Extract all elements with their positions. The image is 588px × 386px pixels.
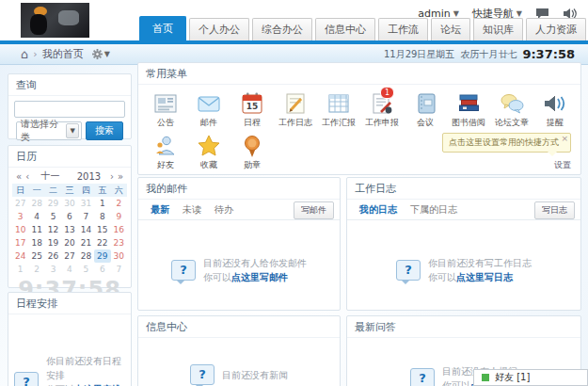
mail-tab[interactable]: 未读 (176, 201, 208, 219)
schedule-empty-state: ? 你目前还没有日程安排 你可以点这里安排日程 (8, 354, 131, 386)
calendar-day[interactable]: 28 (78, 249, 94, 263)
nav-tab[interactable]: 知识库 (473, 18, 523, 40)
books-icon (454, 90, 483, 117)
calendar-day[interactable]: 11 (28, 223, 44, 236)
menu-item-mail[interactable]: 邮件 (187, 88, 230, 129)
menu-item-medal[interactable]: 勋章 (230, 131, 274, 171)
mail-tab[interactable]: 待办 (208, 201, 240, 219)
calendar-day[interactable]: 8 (94, 210, 110, 223)
calendar-day[interactable]: 16 (111, 223, 127, 236)
menu-item-friend[interactable]: 好友 (144, 131, 187, 171)
close-icon[interactable]: × (561, 134, 568, 143)
nav-tab[interactable]: 信息中心 (315, 18, 375, 40)
news-empty-state: ? 目前还没有新闻 (138, 364, 340, 385)
calendar-day[interactable]: 21 (78, 236, 94, 249)
calendar-day[interactable]: 31 (78, 197, 94, 210)
mail-tab[interactable]: 最新 (144, 201, 176, 219)
nav-tab[interactable]: 个人办公 (189, 18, 249, 40)
menu-item-meeting[interactable]: 会议 (404, 88, 447, 129)
weekday-label: 六 (111, 184, 127, 197)
page-settings-menu[interactable]: ▼ (92, 49, 110, 59)
calendar-day[interactable]: 30 (111, 249, 127, 263)
calendar-day[interactable]: 29 (45, 197, 61, 210)
calendar-day[interactable]: 14 (78, 223, 94, 236)
menu-item-worklog[interactable]: 工作日志 (274, 88, 317, 129)
nav-tab[interactable]: 人力资源 (526, 18, 586, 40)
calendar-first-icon[interactable]: « (14, 171, 24, 182)
menu-item-report[interactable]: 工作汇报 (317, 88, 360, 129)
write-log-button[interactable]: 写日志 (534, 201, 575, 219)
calendar-day[interactable]: 19 (45, 236, 61, 249)
menu-item-remind[interactable]: 提醒 (533, 88, 577, 129)
calendar-day[interactable]: 27 (12, 197, 28, 210)
search-input[interactable] (14, 101, 125, 118)
calendar-day[interactable]: 17 (12, 236, 28, 249)
calendar-day[interactable]: 12 (45, 223, 61, 236)
calendar-day[interactable]: 2 (28, 263, 44, 276)
calendar-day[interactable]: 7 (78, 210, 94, 223)
calendar-day[interactable]: 1 (12, 263, 28, 276)
calendar-day[interactable]: 1 (94, 197, 110, 210)
common-menu-title: 常用菜单 (138, 63, 580, 85)
calendar-day[interactable]: 4 (28, 210, 44, 223)
calendar-day[interactable]: 7 (111, 263, 127, 276)
mail-compose-link[interactable]: 点这里写邮件 (231, 272, 288, 282)
worklog-tab[interactable]: 我的日志 (353, 201, 404, 219)
chat-widget[interactable]: 好友 [1] (473, 369, 588, 386)
calendar-day[interactable]: 3 (12, 210, 28, 223)
clock-text: 9:37:58 (522, 47, 575, 61)
calendar-next-icon[interactable]: › (108, 171, 116, 182)
home-icon[interactable]: ⌂ (21, 49, 28, 59)
search-button[interactable]: 搜索 (86, 121, 123, 140)
calendar-day[interactable]: 27 (61, 249, 77, 263)
calendar-panel-title: 日历 (8, 146, 131, 168)
calendar-day-today[interactable]: 29 (94, 249, 110, 263)
calendar-day[interactable]: 2 (111, 197, 127, 210)
chevron-down-icon: ▼ (66, 123, 79, 138)
nav-tab[interactable]: 综合办公 (252, 18, 312, 40)
calendar-day[interactable]: 25 (28, 249, 44, 263)
calendar-day[interactable]: 10 (12, 223, 28, 236)
logo-image (21, 3, 89, 38)
calendar-day[interactable]: 5 (78, 263, 94, 276)
category-select[interactable]: 请选择分类 ▼ (16, 121, 82, 140)
calendar-day[interactable]: 3 (45, 263, 61, 276)
logo-detail (30, 14, 47, 35)
nav-tab[interactable]: 论坛 (431, 18, 470, 40)
calendar-day[interactable]: 5 (45, 210, 61, 223)
menu-item-apply[interactable]: 1工作申报 (360, 88, 404, 129)
calendar-day[interactable]: 13 (61, 223, 77, 236)
menu-item-books[interactable]: 图书借阅 (447, 88, 490, 129)
menu-item-bulletin[interactable]: 公告 (144, 88, 187, 129)
calendar-day[interactable]: 26 (45, 249, 61, 263)
menu-settings-link[interactable]: 设置 (554, 159, 571, 171)
common-menu-panel: 常用菜单 公告邮件15日程工作日志工作汇报1工作申报会议图书借阅论坛文章提醒好友… (137, 62, 581, 175)
calendar-day[interactable]: 22 (94, 236, 110, 249)
breadcrumb-page[interactable]: 我的首页 (42, 47, 84, 61)
menu-item-label: 工作申报 (360, 117, 404, 129)
calendar-day[interactable]: 24 (12, 249, 28, 263)
calendar-nav: « ‹ 十一 2013 › » (8, 168, 131, 184)
calendar-day[interactable]: 4 (61, 263, 77, 276)
menu-item-calendar[interactable]: 15日程 (230, 88, 274, 129)
calendar-day[interactable]: 28 (28, 197, 44, 210)
menu-item-forum[interactable]: 论坛文章 (490, 88, 533, 129)
compose-mail-button[interactable]: 写邮件 (294, 201, 334, 219)
calendar-day[interactable]: 6 (94, 263, 110, 276)
remind-icon (541, 90, 569, 117)
nav-tab[interactable]: 工作流 (378, 18, 428, 40)
menu-item-star[interactable]: 收藏 (187, 131, 230, 171)
calendar-day[interactable]: 6 (61, 210, 77, 223)
calendar-day[interactable]: 23 (111, 236, 127, 249)
calendar-prev-icon[interactable]: ‹ (24, 171, 31, 182)
calendar-day[interactable]: 15 (94, 223, 110, 236)
calendar-day[interactable]: 30 (61, 197, 77, 210)
calendar-day[interactable]: 18 (28, 236, 44, 249)
calendar-day[interactable]: 20 (61, 236, 77, 249)
svg-text:15: 15 (246, 102, 259, 111)
worklog-tab[interactable]: 下属的日志 (404, 201, 464, 219)
calendar-day[interactable]: 9 (111, 210, 127, 223)
calendar-last-icon[interactable]: » (116, 171, 125, 182)
nav-tab[interactable]: 首页 (139, 16, 186, 40)
worklog-write-link[interactable]: 点这里写日志 (456, 272, 513, 282)
